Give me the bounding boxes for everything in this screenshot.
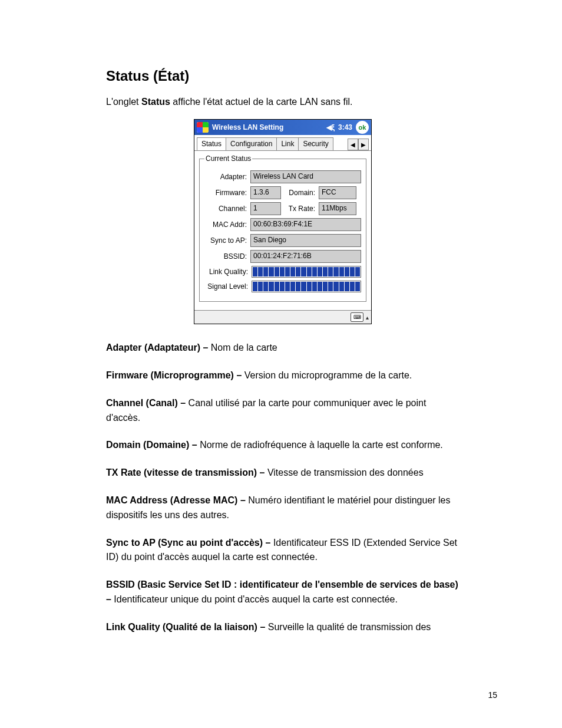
- speaker-icon[interactable]: ◀ξ: [326, 123, 335, 131]
- label-link-quality: Link Quality:: [204, 268, 252, 276]
- intro-post: affiche l'état actuel de la carte LAN sa…: [170, 97, 353, 107]
- pda-body: Current Status Adapter: Wireless LAN Car…: [194, 151, 371, 310]
- label-bssid: BSSID:: [204, 252, 250, 261]
- ok-button[interactable]: ok: [356, 121, 369, 134]
- definition-4: TX Rate (vitesse de transmission) – Vite…: [106, 466, 459, 480]
- windows-start-icon[interactable]: [197, 122, 209, 133]
- link-quality-bar: [252, 266, 361, 278]
- definition-text: Version du microprogramme de la carte.: [244, 370, 412, 380]
- definition-5: MAC Address (Adresse MAC) – Numéro ident…: [106, 493, 459, 523]
- definition-term: Channel (Canal) –: [106, 398, 189, 408]
- definition-2: Channel (Canal) – Canal utilisé par la c…: [106, 396, 459, 426]
- label-adapter: Adapter:: [204, 173, 250, 181]
- value-mac: 00:60:B3:69:F4:1E: [250, 218, 361, 231]
- definition-text: Norme de radiofréquence à laquelle la ca…: [200, 440, 443, 450]
- label-channel: Channel:: [204, 205, 250, 213]
- tab-scroll-left-icon[interactable]: ◀: [348, 139, 358, 150]
- menu-up-icon[interactable]: ▴: [366, 314, 369, 321]
- value-txrate: 11Mbps: [319, 202, 356, 215]
- definition-term: TX Rate (vitesse de transmission) –: [106, 467, 267, 477]
- current-status-group: Current Status Adapter: Wireless LAN Car…: [199, 154, 366, 302]
- page-title: Status (État): [106, 68, 459, 84]
- definition-1: Firmware (Microprogramme) – Version du m…: [106, 368, 459, 383]
- definition-0: Adapter (Adaptateur) – Nom de la carte: [106, 341, 459, 355]
- label-mac: MAC Addr:: [204, 220, 250, 229]
- tab-link[interactable]: Link: [276, 137, 299, 150]
- definition-text: Nom de la carte: [211, 342, 277, 353]
- definition-term: Domain (Domaine) –: [106, 440, 200, 450]
- titlebar: Wireless LAN Setting ◀ξ 3:43 ok: [194, 120, 371, 135]
- definition-text: Surveille la qualité de transmission des: [268, 622, 431, 632]
- definition-8: Link Quality (Qualité de la liaison) – S…: [106, 620, 459, 635]
- definition-term: MAC Address (Adresse MAC) –: [106, 495, 248, 505]
- definition-7: BSSID (Basic Service Set ID : identifica…: [106, 578, 459, 607]
- value-firmware: 1.3.6: [250, 186, 281, 199]
- value-adapter: Wireless LAN Card: [250, 170, 361, 183]
- label-txrate: Tx Rate:: [281, 205, 319, 213]
- label-sync: Sync to AP:: [204, 236, 250, 245]
- definition-text: Identificateur unique du point d'accès a…: [114, 594, 398, 604]
- definition-3: Domain (Domaine) – Norme de radiofréquen…: [106, 438, 459, 453]
- pda-screenshot: Wireless LAN Setting ◀ξ 3:43 ok Status C…: [194, 119, 372, 324]
- tab-bar: Status Configuration Link Security ◀ ▶: [194, 135, 371, 151]
- label-firmware: Firmware:: [204, 189, 250, 197]
- tab-scroll-right-icon[interactable]: ▶: [358, 139, 369, 150]
- value-sync: San Diego: [250, 234, 361, 247]
- intro-pre: L'onglet: [106, 97, 141, 107]
- keyboard-icon[interactable]: ⌨: [351, 312, 363, 322]
- window-title: Wireless LAN Setting: [212, 123, 283, 131]
- value-channel: 1: [250, 202, 281, 215]
- label-signal-level: Signal Level:: [204, 282, 252, 291]
- definition-term: Adapter (Adaptateur) –: [106, 342, 211, 353]
- group-legend: Current Status: [204, 154, 252, 163]
- pda-bottom-bar: ⌨ ▴: [194, 310, 371, 324]
- intro-paragraph: L'onglet Status affiche l'état actuel de…: [106, 95, 459, 108]
- definition-text: Vitesse de transmission des données: [267, 467, 424, 477]
- page-number: 15: [488, 690, 497, 700]
- definition-term: Link Quality (Qualité de la liaison) –: [106, 622, 268, 632]
- intro-bold: Status: [141, 97, 170, 107]
- definition-6: Sync to AP (Sync au point d'accès) – Ide…: [106, 536, 459, 565]
- label-domain: Domain:: [281, 189, 319, 197]
- tab-security[interactable]: Security: [298, 137, 333, 150]
- signal-level-bar: [252, 281, 361, 292]
- value-bssid: 00:01:24:F2:71:6B: [250, 250, 361, 263]
- tab-configuration[interactable]: Configuration: [226, 137, 277, 150]
- definition-term: Firmware (Microprogramme) –: [106, 370, 244, 380]
- clock: 3:43: [338, 123, 352, 131]
- definition-term: Sync to AP (Sync au point d'accès) –: [106, 538, 273, 548]
- tab-status[interactable]: Status: [197, 137, 226, 150]
- value-domain: FCC: [319, 186, 356, 199]
